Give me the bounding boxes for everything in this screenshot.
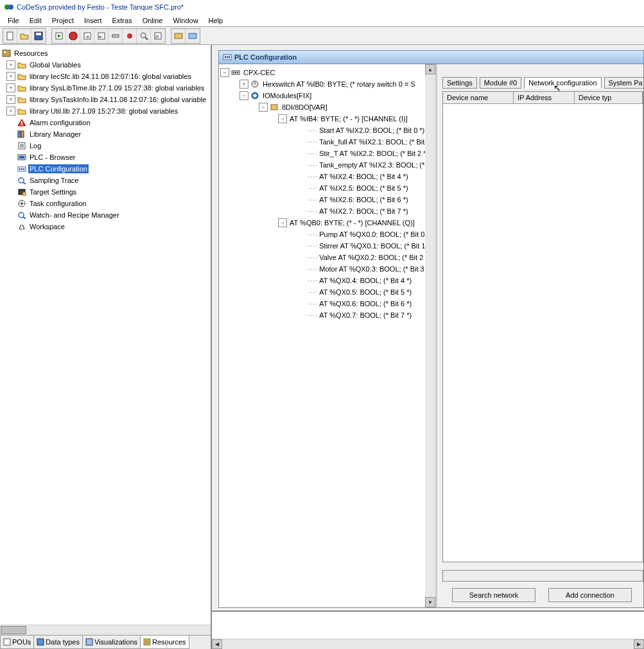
svg-text:R: R xyxy=(155,34,159,40)
svg-rect-61 xyxy=(233,72,234,73)
menu-extras[interactable]: Extras xyxy=(107,15,137,26)
menu-online[interactable]: Online xyxy=(137,15,168,26)
res-workspace[interactable]: Workspace xyxy=(1,221,209,232)
plc-node[interactable]: ····AT %IX2.6: BOOL; (* Bit 6 *) xyxy=(220,194,434,205)
col-device-type[interactable]: Device typ xyxy=(575,92,643,103)
res-plc-configuration[interactable]: PLC Configuration xyxy=(1,163,209,175)
tb-new[interactable] xyxy=(3,29,17,43)
collapse-icon[interactable]: − xyxy=(278,114,287,123)
col-device-name[interactable]: Device name xyxy=(443,92,514,103)
search-network-button[interactable]: Search network xyxy=(452,588,535,602)
plc-node[interactable]: ····Tank_empty AT %IX2.3: BOOL; (* E xyxy=(220,159,434,171)
menu-insert[interactable]: Insert xyxy=(79,15,107,26)
tb-globalreplace[interactable]: R xyxy=(151,29,165,43)
res-global-variables[interactable]: +Global Variables xyxy=(1,59,209,71)
resources-scrollbar-h[interactable] xyxy=(0,625,211,635)
plc-node[interactable]: ····Stirrer AT %QX0.1: BOOL; (* Bit 1 * xyxy=(220,240,434,252)
plc-node[interactable]: ····AT %QX0.6: BOOL; (* Bit 6 *) xyxy=(220,298,434,309)
res-target-settings[interactable]: Target Settings xyxy=(1,186,209,198)
res-alarm-configuration[interactable]: Alarm configuration xyxy=(1,117,209,128)
expand-icon[interactable]: + xyxy=(6,72,15,81)
plc-node[interactable]: ····Stir_T AT %IX2.2: BOOL; (* Bit 2 *) xyxy=(220,148,434,159)
tb-stop[interactable] xyxy=(66,29,80,43)
res-library-systaskinfo-lib-24-11-[interactable]: +library SysTaskInfo.lib 24.11.08 12:07:… xyxy=(1,94,209,105)
plcconfig-icon xyxy=(17,164,27,173)
collapse-icon[interactable]: − xyxy=(278,218,287,227)
tb-login[interactable]: ⇥ xyxy=(80,29,94,43)
device-table[interactable]: Device name IP Address Device typ xyxy=(442,91,643,562)
output-scrollbar-h[interactable]: ◀▶ xyxy=(212,639,644,649)
tab-datatypes[interactable]: Data types xyxy=(33,636,83,649)
res-task-configuration[interactable]: Task configuration xyxy=(1,198,209,209)
tb-extra2[interactable] xyxy=(186,29,200,43)
res-library-syslibtime-lib-27-1-09[interactable]: +library SysLibTime.lib 27.1.09 15:27:38… xyxy=(1,82,209,94)
plc-config-titlebar[interactable]: PLC Configuration xyxy=(218,50,644,64)
plc-tree[interactable]: −CPX-CEC+Hexswitch AT %IB0: BYTE; (* rot… xyxy=(219,64,437,607)
res-library-util-lib-27-1-09-15-27[interactable]: +library Util.lib 27.1.09 15:27:38: glob… xyxy=(1,105,209,117)
plc-node[interactable]: −AT %IB4: BYTE; (* - *) [CHANNEL (I)] xyxy=(220,113,434,125)
tb-logout[interactable]: ⇤ xyxy=(94,29,109,43)
tab-pous[interactable]: POUs xyxy=(0,636,34,649)
tab-settings[interactable]: Settings xyxy=(442,77,477,89)
menu-project[interactable]: Project xyxy=(47,15,79,26)
plc-node[interactable]: −CPX-CEC xyxy=(220,67,434,78)
tab-network-config[interactable]: Network configuration xyxy=(524,77,601,89)
tab-visualizations[interactable]: Visualizations xyxy=(82,636,141,649)
resources-tree[interactable]: Resources+Global Variables+library IecSf… xyxy=(0,45,211,625)
collapse-icon[interactable]: − xyxy=(239,91,248,100)
plc-node[interactable]: −IOModules[FIX] xyxy=(220,90,434,101)
tb-save[interactable] xyxy=(31,29,46,43)
svg-point-13 xyxy=(127,33,132,39)
menu-edit[interactable]: Edit xyxy=(24,15,47,26)
twisty-leaf xyxy=(297,149,306,158)
plc-node[interactable]: ····Valve AT %QX0.2: BOOL; (* Bit 2 *) xyxy=(220,252,434,263)
tab-pous-label: POUs xyxy=(12,638,31,646)
menu-file[interactable]: File xyxy=(3,15,24,26)
plc-node[interactable]: −AT %QB0: BYTE; (* - *) [CHANNEL (Q)] xyxy=(220,217,434,229)
tab-system-pa[interactable]: System Pa xyxy=(604,77,643,89)
tb-globalsearch[interactable] xyxy=(137,29,151,43)
menu-window[interactable]: Window xyxy=(168,15,203,26)
io-icon xyxy=(250,91,260,100)
plc-node[interactable]: +Hexswitch AT %IB0: BYTE; (* rotary swit… xyxy=(220,78,434,90)
expand-icon[interactable]: + xyxy=(6,107,15,116)
expand-icon[interactable]: + xyxy=(239,80,248,89)
tb-run[interactable] xyxy=(52,29,66,43)
menu-help[interactable]: Help xyxy=(204,15,229,26)
tb-extra1[interactable] xyxy=(171,29,186,43)
res-plc-browser[interactable]: PLC - Browser xyxy=(1,151,209,163)
plc-node[interactable]: ····Pump AT %QX0.0: BOOL; (* Bit 0 * xyxy=(220,229,434,240)
res-watch-and-recipe-manager[interactable]: Watch- and Recipe Manager xyxy=(1,209,209,221)
collapse-icon[interactable]: − xyxy=(220,68,229,77)
plc-node[interactable]: ····AT %QX0.5: BOOL; (* Bit 5 *) xyxy=(220,286,434,298)
plc-node[interactable]: −8DI/8DO[VAR] xyxy=(220,101,434,113)
plc-node[interactable]: ····Start AT %IX2.0: BOOL; (* Bit 0 *) xyxy=(220,125,434,136)
plc-node[interactable]: ····AT %QX0.4: BOOL; (* Bit 4 *) xyxy=(220,275,434,286)
twisty-none xyxy=(6,164,15,173)
plc-node[interactable]: ····AT %IX2.5: BOOL; (* Bit 5 *) xyxy=(220,182,434,194)
tb-break[interactable] xyxy=(123,29,137,43)
plc-node[interactable]: ····AT %IX2.7: BOOL; (* Bit 7 *) xyxy=(220,205,434,217)
col-ip-address[interactable]: IP Address xyxy=(514,92,575,103)
add-connection-button[interactable]: Add connection xyxy=(548,588,632,602)
plc-tree-scrollbar-v[interactable]: ▲▼ xyxy=(425,64,435,607)
plc-node[interactable]: ····Tank_full AT %IX2.1: BOOL; (* Bit 1 xyxy=(220,136,434,148)
plc-node[interactable]: ····Motor AT %QX0.3: BOOL; (* Bit 3 *) xyxy=(220,263,434,275)
plc-node[interactable]: ····AT %QX0.7: BOOL; (* Bit 7 *) xyxy=(220,309,434,321)
expand-icon[interactable]: + xyxy=(6,95,15,104)
tab-resources[interactable]: Resources xyxy=(140,636,189,649)
res-library-iecsfc-lib-24-11-08-12[interactable]: +library IecSfc.lib 24.11.08 12:07:16: g… xyxy=(1,71,209,82)
tab-module0[interactable]: Module #0 xyxy=(480,77,521,89)
tb-open[interactable] xyxy=(17,29,31,43)
res-log[interactable]: Log xyxy=(1,140,209,151)
expand-icon[interactable]: + xyxy=(6,60,15,69)
resources-root[interactable]: Resources xyxy=(1,48,209,59)
tb-step[interactable] xyxy=(109,29,123,43)
res-sampling-trace[interactable]: Sampling Trace xyxy=(1,175,209,186)
res-library-manager[interactable]: Library Manager xyxy=(1,128,209,140)
collapse-icon[interactable]: − xyxy=(259,103,268,112)
plc-node[interactable]: ····AT %IX2.4: BOOL; (* Bit 4 *) xyxy=(220,171,434,182)
plc-config-icon xyxy=(223,53,232,62)
plc-node-label: Pump AT %QX0.0: BOOL; (* Bit 0 * xyxy=(318,230,430,239)
expand-icon[interactable]: + xyxy=(6,83,15,92)
